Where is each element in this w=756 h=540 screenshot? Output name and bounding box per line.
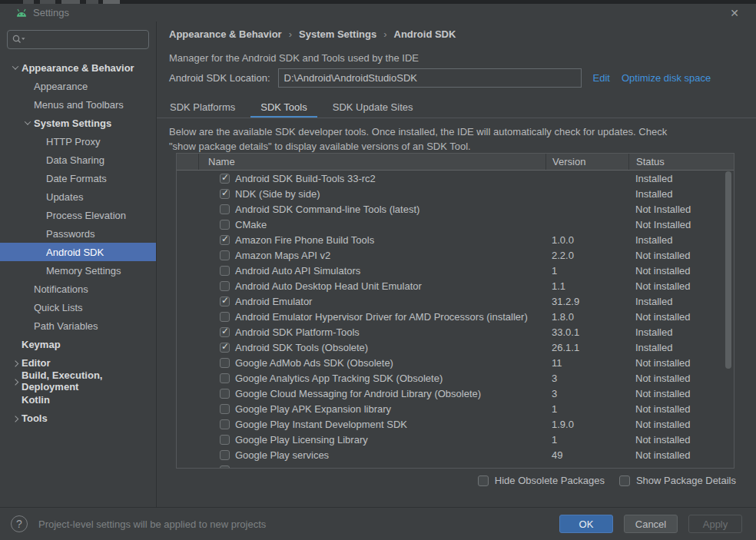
package-checkbox[interactable] xyxy=(220,327,230,337)
breadcrumb-item-system-settings[interactable]: System Settings xyxy=(299,28,376,40)
close-icon[interactable]: ✕ xyxy=(730,7,739,19)
sidebar-item-build-execution-deployment[interactable]: Build, Execution, Deployment xyxy=(0,372,156,390)
table-row[interactable] xyxy=(177,462,734,469)
package-checkbox[interactable] xyxy=(220,266,230,276)
sidebar-item-path-variables[interactable]: Path Variables xyxy=(0,316,156,335)
ok-button[interactable]: OK xyxy=(559,515,613,533)
sidebar-item-appearance[interactable]: Appearance xyxy=(0,77,156,95)
tab-sdk-tools[interactable]: SDK Tools xyxy=(250,95,317,118)
package-version: 1 xyxy=(545,434,628,446)
package-checkbox[interactable] xyxy=(220,465,230,469)
sidebar-item-data-sharing[interactable]: Data Sharing xyxy=(0,151,156,169)
package-checkbox[interactable] xyxy=(220,373,230,383)
package-status: Installed xyxy=(628,296,734,307)
tab-sdk-platforms[interactable]: SDK Platforms xyxy=(160,95,245,118)
sidebar-item-process-elevation[interactable]: Process Elevation xyxy=(0,206,156,224)
hide-obsolete-packages-checkbox[interactable] xyxy=(478,475,489,486)
table-row[interactable]: Android Emulator31.2.9Installed xyxy=(177,293,734,309)
package-checkbox[interactable] xyxy=(220,312,230,322)
package-checkbox[interactable] xyxy=(220,220,230,230)
package-checkbox[interactable] xyxy=(220,450,230,460)
sidebar-item-android-sdk[interactable]: Android SDK xyxy=(0,243,156,261)
optimize-disk-space-link[interactable]: Optimize disk space xyxy=(622,72,711,84)
sidebar-item-quick-lists[interactable]: Quick Lists xyxy=(0,298,156,316)
sidebar-item-date-formats[interactable]: Date Formats xyxy=(0,169,156,187)
table-row[interactable]: Google AdMob Ads SDK (Obsolete)11Not ins… xyxy=(177,355,734,370)
table-row[interactable]: NDK (Side by side)Installed xyxy=(177,186,734,201)
sidebar-item-memory-settings[interactable]: Memory Settings xyxy=(0,261,156,280)
edit-link[interactable]: Edit xyxy=(593,72,610,84)
table-row[interactable]: Google Play APK Expansion library1Not in… xyxy=(177,401,734,416)
table-row[interactable]: Android Emulator Hypervisor Driver for A… xyxy=(177,309,734,324)
package-version: 1.0.0 xyxy=(545,234,628,246)
option-hide-obsolete-packages[interactable]: Hide Obsolete Packages xyxy=(478,475,605,486)
table-row[interactable]: Android Auto Desktop Head Unit Emulator1… xyxy=(177,278,734,293)
vertical-scrollbar[interactable] xyxy=(725,171,731,369)
package-name: Google Analytics App Tracking SDK (Obsol… xyxy=(235,373,443,384)
package-checkbox[interactable] xyxy=(220,204,230,214)
package-checkbox[interactable] xyxy=(220,174,230,184)
package-checkbox[interactable] xyxy=(220,250,230,260)
sidebar-item-label: Menus and Toolbars xyxy=(34,99,124,111)
package-checkbox[interactable] xyxy=(220,189,230,199)
package-checkbox[interactable] xyxy=(220,281,230,291)
sidebar-item-label: Tools xyxy=(22,412,48,424)
cancel-button[interactable]: Cancel xyxy=(624,515,678,533)
tab-sdk-update-sites[interactable]: SDK Update Sites xyxy=(323,95,423,118)
sidebar-item-tools[interactable]: Tools xyxy=(0,409,156,427)
sidebar-item-menus-and-toolbars[interactable]: Menus and Toolbars xyxy=(0,95,156,114)
package-name-cell: Google AdMob Ads SDK (Obsolete) xyxy=(198,357,545,369)
table-row[interactable]: Android SDK Tools (Obsolete)26.1.1Instal… xyxy=(177,340,734,355)
table-row[interactable]: Amazon Maps API v22.2.0Not installed xyxy=(177,247,734,263)
package-version: 3 xyxy=(545,388,628,399)
sidebar-item-label: Updates xyxy=(46,191,83,203)
table-row[interactable]: Google Play Instant Development SDK1.9.0… xyxy=(177,416,734,432)
search-icon xyxy=(12,35,25,45)
table-header-name: Name xyxy=(198,154,545,170)
package-checkbox[interactable] xyxy=(220,297,230,306)
breadcrumb-item-android-sdk[interactable]: Android SDK xyxy=(394,28,456,40)
package-name: Android SDK Platform-Tools xyxy=(235,326,360,338)
table-row[interactable]: Amazon Fire Phone Build Tools1.0.0Instal… xyxy=(177,232,734,247)
sidebar-item-http-proxy[interactable]: HTTP Proxy xyxy=(0,132,156,151)
package-checkbox[interactable] xyxy=(220,235,230,245)
table-row[interactable]: Android SDK Command-line Tools (latest)N… xyxy=(177,201,734,217)
package-name: CMake xyxy=(235,219,267,230)
help-icon[interactable]: ? xyxy=(11,515,28,532)
package-name: Google Play Instant Development SDK xyxy=(235,419,407,430)
table-row[interactable]: Google Analytics App Tracking SDK (Obsol… xyxy=(177,370,734,386)
table-row[interactable]: Android SDK Platform-Tools33.0.1Installe… xyxy=(177,324,734,340)
package-status: Installed xyxy=(628,326,734,338)
package-status: Not installed xyxy=(628,357,734,369)
table-row[interactable]: Google Cloud Messaging for Android Libra… xyxy=(177,386,734,401)
search-input[interactable] xyxy=(7,30,149,49)
package-checkbox[interactable] xyxy=(220,358,230,368)
sidebar-item-appearance-behavior[interactable]: Appearance & Behavior xyxy=(0,58,156,77)
table-row[interactable]: Android SDK Build-Tools 33-rc2Installed xyxy=(177,171,734,186)
sidebar-item-kotlin[interactable]: Kotlin xyxy=(0,390,156,409)
sidebar-item-notifications[interactable]: Notifications xyxy=(0,280,156,298)
breadcrumb-item-appearance-behavior[interactable]: Appearance & Behavior xyxy=(169,28,282,40)
package-checkbox[interactable] xyxy=(220,419,230,429)
package-checkbox[interactable] xyxy=(220,389,230,399)
package-checkbox[interactable] xyxy=(220,435,230,445)
package-checkbox[interactable] xyxy=(220,343,230,353)
table-row[interactable]: Google Play Licensing Library1Not instal… xyxy=(177,432,734,447)
table-row[interactable]: Google Play services49Not installed xyxy=(177,447,734,462)
sidebar-item-system-settings[interactable]: System Settings xyxy=(0,114,156,132)
package-status: Not installed xyxy=(628,434,734,446)
sidebar-item-updates[interactable]: Updates xyxy=(0,187,156,206)
sidebar-item-passwords[interactable]: Passwords xyxy=(0,224,156,243)
option-show-package-details[interactable]: Show Package Details xyxy=(619,475,736,486)
table-body: Android SDK Build-Tools 33-rc2InstalledN… xyxy=(177,171,734,469)
package-checkbox[interactable] xyxy=(220,404,230,414)
apply-button[interactable]: Apply xyxy=(688,515,742,533)
table-row[interactable]: Android Auto API Simulators1Not installe… xyxy=(177,263,734,278)
sidebar-item-label: Path Variables xyxy=(34,320,98,332)
sdk-location-field[interactable] xyxy=(278,68,582,88)
sidebar-item-keymap[interactable]: Keymap xyxy=(0,335,156,353)
package-name: Android SDK Command-line Tools (latest) xyxy=(235,204,419,215)
package-status: Not Installed xyxy=(628,204,734,215)
table-row[interactable]: CMakeNot Installed xyxy=(177,217,734,232)
show-package-details-checkbox[interactable] xyxy=(619,475,630,486)
